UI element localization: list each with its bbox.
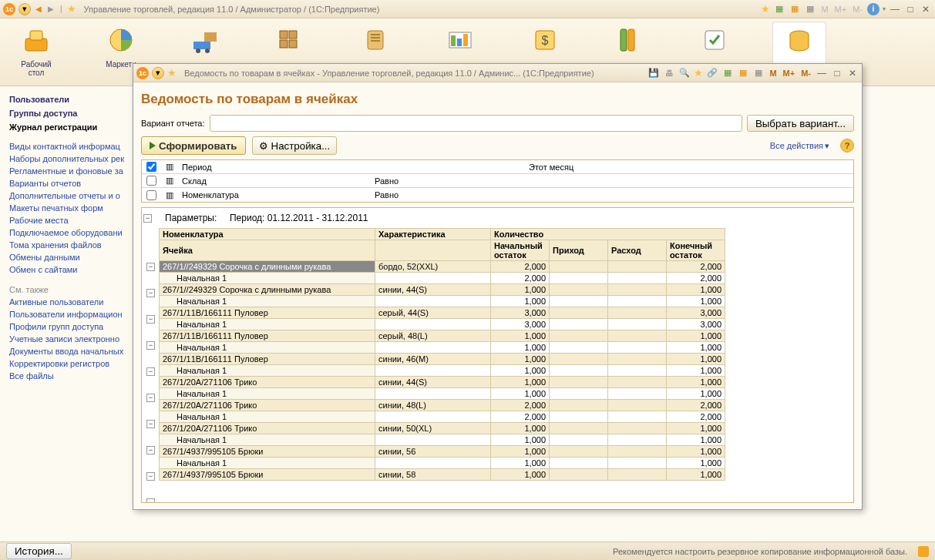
expand-button[interactable]: − bbox=[146, 394, 155, 402]
table-row[interactable]: 267/1//249329 Сорочка с длинными рукаваб… bbox=[160, 261, 725, 273]
info-dropdown-icon[interactable]: ▾ bbox=[883, 5, 886, 12]
sidebar-link[interactable]: Наборы дополнительных рек bbox=[3, 153, 136, 165]
filter-checkbox[interactable] bbox=[146, 162, 156, 172]
filter-checkbox[interactable] bbox=[146, 190, 156, 200]
filter-row[interactable]: ▥СкладРавно bbox=[142, 174, 853, 188]
toolbar-desktop[interactable]: Рабочий стол bbox=[9, 22, 63, 86]
expand-button[interactable]: − bbox=[146, 498, 155, 503]
dropdown-button[interactable]: ▾ bbox=[152, 67, 164, 79]
filter-checkbox[interactable] bbox=[146, 176, 156, 186]
expand-button[interactable]: − bbox=[146, 446, 155, 454]
print-icon[interactable]: 🖶 bbox=[663, 67, 675, 79]
sidebar-link[interactable]: Виды контактной информац bbox=[3, 140, 136, 153]
table-row[interactable]: Начальная 11,0001,000 bbox=[160, 388, 725, 400]
maximize-button[interactable]: □ bbox=[904, 3, 917, 15]
choose-variant-button[interactable]: Выбрать вариант... bbox=[747, 115, 854, 132]
sidebar-link[interactable]: Корректировки регистров bbox=[3, 357, 136, 370]
sidebar-link[interactable]: Дополнительные отчеты и о bbox=[3, 189, 136, 202]
nav-back-icon[interactable]: ◀ bbox=[34, 5, 43, 13]
sidebar-item-groups[interactable]: Группы доступа bbox=[3, 106, 136, 120]
maximize-button[interactable]: □ bbox=[831, 67, 843, 79]
table-row[interactable]: 267/1/4937/995105 Брюкисинии, 581,0001,0… bbox=[160, 469, 725, 481]
sidebar-link[interactable]: Регламентные и фоновые за bbox=[3, 165, 136, 177]
expand-button[interactable]: − bbox=[146, 315, 155, 324]
table-icon[interactable]: ▦ bbox=[721, 67, 734, 79]
close-button[interactable]: ✕ bbox=[846, 67, 859, 79]
minimize-button[interactable]: — bbox=[889, 3, 901, 15]
m-minus-button[interactable]: M- bbox=[799, 69, 812, 78]
table-row[interactable]: 267/1/11В/166111 Пуловерсинии, 46(М)1,00… bbox=[160, 354, 725, 365]
favorite-icon[interactable]: ★ bbox=[167, 67, 177, 79]
sidebar-link[interactable]: Обмены данными bbox=[3, 251, 136, 263]
all-actions-link[interactable]: Все действия ▾ bbox=[770, 141, 829, 151]
m-plus-button[interactable]: M+ bbox=[782, 69, 797, 78]
dropdown-button[interactable]: ▾ bbox=[18, 3, 31, 15]
table-row[interactable]: 267/1/4937/995105 Брюкисинии, 561,0001,0… bbox=[160, 446, 725, 458]
report-data-area[interactable]: − Параметры: Период: 01.12.2011 - 31.12.… bbox=[141, 207, 854, 503]
expand-button[interactable]: − bbox=[146, 289, 155, 297]
sidebar-link[interactable]: Подключаемое оборудовани bbox=[3, 226, 136, 239]
info-icon[interactable]: i bbox=[867, 3, 880, 15]
history-button[interactable]: История... bbox=[6, 543, 72, 559]
warning-icon[interactable] bbox=[918, 546, 929, 557]
m-button[interactable]: M bbox=[768, 69, 778, 78]
nav-forward-icon[interactable]: ▶ bbox=[46, 5, 55, 13]
settings-button[interactable]: ⚙ Настройка... bbox=[252, 136, 338, 155]
variant-input[interactable] bbox=[210, 115, 742, 132]
col-income: Приход bbox=[550, 240, 608, 261]
link-icon[interactable]: 🔗 bbox=[706, 67, 718, 79]
table-row[interactable]: Начальная 13,0003,000 bbox=[160, 319, 725, 330]
table-row[interactable]: 267/1/11В/166111 Пуловерсерый, 44(S)3,00… bbox=[160, 307, 725, 319]
close-button[interactable]: ✕ bbox=[920, 3, 932, 15]
table-row[interactable]: Начальная 11,0001,000 bbox=[160, 434, 725, 446]
sidebar-link[interactable]: Учетные записи электронно bbox=[3, 333, 136, 345]
expand-button[interactable]: − bbox=[146, 472, 155, 481]
sidebar-link[interactable]: Варианты отчетов bbox=[3, 177, 136, 189]
table-icon[interactable]: ▦ bbox=[773, 3, 785, 15]
favorite-icon-2[interactable]: ★ bbox=[761, 3, 770, 15]
favorite-icon-2[interactable]: ★ bbox=[694, 67, 703, 79]
expand-button[interactable]: − bbox=[146, 341, 155, 350]
m-plus-button[interactable]: M+ bbox=[833, 5, 849, 14]
table-row[interactable]: 267/1//249329 Сорочка с длинными рукавас… bbox=[160, 284, 725, 296]
m-button[interactable]: M bbox=[819, 5, 829, 14]
minimize-button[interactable]: — bbox=[816, 67, 828, 79]
m-minus-button[interactable]: M- bbox=[851, 5, 864, 14]
table-row[interactable]: Начальная 11,0001,000 bbox=[160, 458, 725, 469]
table-row[interactable]: Начальная 11,0001,000 bbox=[160, 342, 725, 354]
filter-row[interactable]: ▥НоменклатураРавно bbox=[142, 188, 853, 202]
table-row[interactable]: Начальная 11,0001,000 bbox=[160, 365, 725, 377]
table-row[interactable]: 267/1/20А/271106 Трикосинии, 48(L)2,0002… bbox=[160, 400, 725, 411]
sidebar-link[interactable]: Активные пользователи bbox=[3, 296, 136, 308]
sidebar-link[interactable]: Обмен с сайтами bbox=[3, 263, 136, 276]
collapse-all-button[interactable]: − bbox=[143, 213, 152, 223]
calendar-icon[interactable]: ▦ bbox=[804, 3, 816, 15]
expand-button[interactable]: − bbox=[146, 367, 155, 376]
generate-button[interactable]: Сформировать bbox=[141, 136, 246, 155]
sidebar-link[interactable]: Рабочие места bbox=[3, 214, 136, 226]
sidebar-link[interactable]: Все файлы bbox=[3, 370, 136, 382]
expand-button[interactable]: − bbox=[146, 263, 155, 271]
save-icon[interactable]: 💾 bbox=[647, 67, 660, 79]
calc-icon[interactable]: ▦ bbox=[789, 3, 801, 15]
filter-row[interactable]: ▥ПериодЭтот месяц bbox=[142, 160, 853, 174]
favorite-icon[interactable]: ★ bbox=[67, 3, 76, 15]
table-row[interactable]: 267/1/20А/271106 Трикосинии, 44(S)1,0001… bbox=[160, 377, 725, 388]
table-row[interactable]: Начальная 12,0002,000 bbox=[160, 411, 725, 423]
table-row[interactable]: 267/1/11В/166111 Пуловерсерый, 48(L)1,00… bbox=[160, 330, 725, 342]
table-row[interactable]: 267/1/20А/271106 Трикосинии, 50(XL)1,000… bbox=[160, 423, 725, 434]
sidebar-link[interactable]: Документы ввода начальных bbox=[3, 345, 136, 357]
sidebar-item-journal[interactable]: Журнал регистрации bbox=[3, 120, 136, 134]
expand-button[interactable]: − bbox=[146, 420, 155, 428]
sidebar-link[interactable]: Профили групп доступа bbox=[3, 320, 136, 333]
table-row[interactable]: Начальная 12,0002,000 bbox=[160, 273, 725, 284]
sidebar-link[interactable]: Пользователи информацион bbox=[3, 308, 136, 320]
table-row[interactable]: Начальная 11,0001,000 bbox=[160, 296, 725, 307]
sidebar-item-users[interactable]: Пользователи bbox=[3, 92, 136, 106]
sidebar-link[interactable]: Тома хранения файлов bbox=[3, 239, 136, 251]
help-icon[interactable]: ? bbox=[840, 139, 854, 153]
calendar-icon[interactable]: ▦ bbox=[752, 67, 765, 79]
preview-icon[interactable]: 🔍 bbox=[678, 67, 691, 79]
calc-icon[interactable]: ▦ bbox=[737, 67, 749, 79]
sidebar-link[interactable]: Макеты печатных форм bbox=[3, 202, 136, 214]
